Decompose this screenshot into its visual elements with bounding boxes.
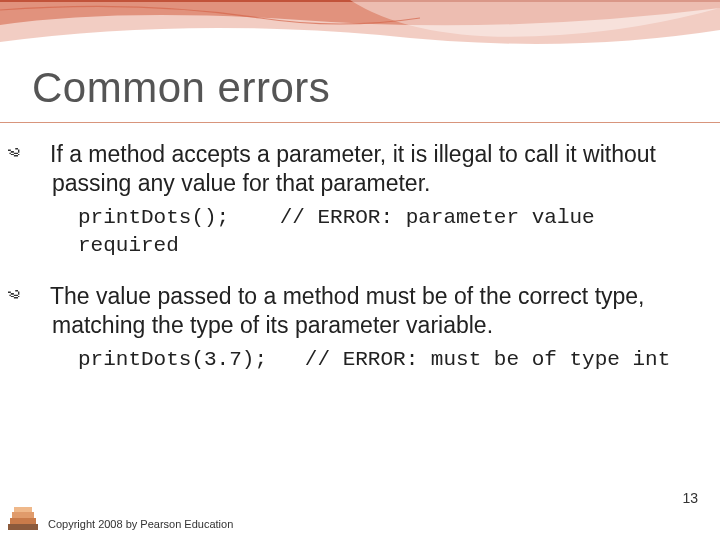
bullet-item: ༄The value passed to a method must be of…: [30, 282, 690, 374]
slide-title: Common errors: [32, 64, 330, 112]
book-stack-icon: [6, 504, 42, 534]
content-area: ༄If a method accepts a parameter, it is …: [30, 140, 690, 396]
swirl-bullet-icon: ༄: [30, 141, 50, 169]
code-sample: printDots(3.7); // ERROR: must be of typ…: [30, 346, 690, 374]
bullet-body: The value passed to a method must be of …: [50, 283, 645, 338]
bullet-body: If a method accepts a parameter, it is i…: [50, 141, 656, 196]
bullet-text: ༄If a method accepts a parameter, it is …: [30, 140, 690, 198]
bullet-text: ༄The value passed to a method must be of…: [30, 282, 690, 340]
copyright-text: Copyright 2008 by Pearson Education: [48, 518, 233, 530]
svg-rect-1: [10, 518, 36, 524]
svg-rect-0: [8, 524, 38, 530]
swirl-bullet-icon: ༄: [30, 283, 50, 311]
decorative-banner: [0, 0, 720, 60]
svg-rect-3: [14, 507, 32, 512]
page-number: 13: [682, 490, 698, 506]
bullet-item: ༄If a method accepts a parameter, it is …: [30, 140, 690, 260]
title-underline: [0, 122, 720, 123]
svg-rect-2: [12, 512, 34, 518]
code-sample: printDots(); // ERROR: parameter value r…: [30, 204, 690, 261]
